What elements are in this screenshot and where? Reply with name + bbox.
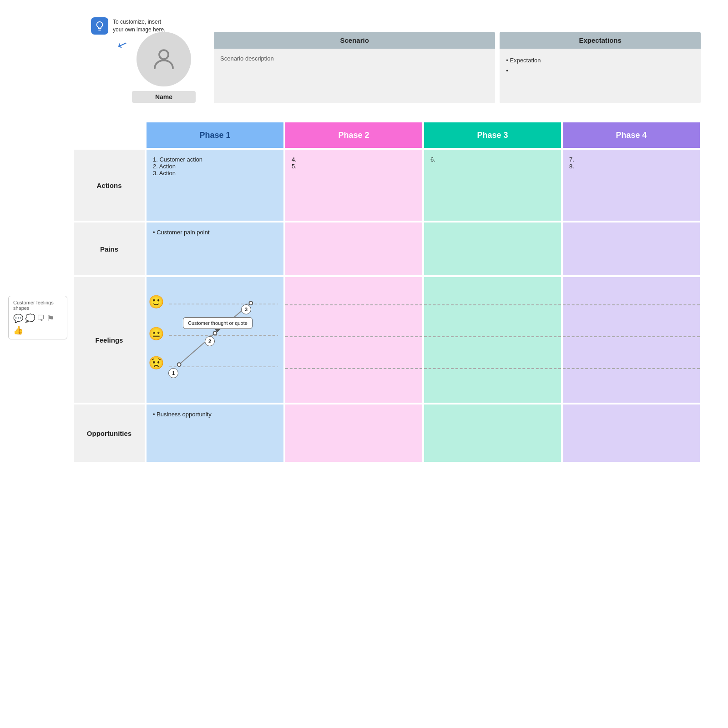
phase-2-label: Phase 2	[338, 131, 369, 140]
opportunities-label: Opportunities	[73, 404, 146, 463]
phase-header-spacer	[73, 121, 146, 149]
dot-label-2: 2	[205, 336, 215, 346]
dot-label-1: 1	[168, 368, 178, 378]
actions-cell-2: 4. 5.	[284, 149, 423, 222]
phase-header-1: Phase 1	[146, 121, 284, 149]
persona-name: Name	[132, 91, 196, 103]
pains-label-text: Pains	[100, 245, 118, 253]
pains-cell-3	[423, 222, 562, 276]
feelings-row: 😟 😐 🙂 1 2 3 Customer thought or quote	[146, 276, 701, 404]
speech-bubble-icon: 💬	[13, 313, 23, 324]
phases-grid: Phase 1 Phase 2 Phase 3 Phase 4 1. Custo…	[146, 121, 701, 463]
scenario-panel: Scenario Scenario description	[214, 32, 495, 103]
actions-cell-4: 7. 8.	[562, 149, 701, 222]
tooltip-icon-box	[91, 17, 108, 35]
svg-point-4	[177, 363, 181, 366]
action-1-2: 2. Action	[153, 163, 277, 170]
expectation-item-1: • Expectation	[506, 55, 694, 66]
row-labels: Actions Pains Feelings Opportunities	[73, 121, 146, 463]
scenario-body: Scenario description	[214, 49, 495, 103]
feelings-cell-4	[562, 276, 701, 404]
svg-point-0	[159, 50, 168, 59]
feelings-graph-svg	[147, 277, 283, 403]
journey-map: Actions Pains Feelings Opportunities Pha…	[73, 121, 701, 463]
phase-3-label: Phase 3	[477, 131, 508, 140]
pains-cell-4	[562, 222, 701, 276]
tooltip-text: To customize, insert your own image here…	[113, 17, 167, 34]
quote-box: Customer thought or quote	[183, 317, 253, 329]
persona-avatar	[136, 32, 191, 86]
action-4-1: 7.	[569, 156, 693, 163]
action-2-2: 5.	[292, 163, 416, 170]
feelings-label: Feelings	[73, 276, 146, 404]
page-wrapper: To customize, insert your own image here…	[0, 0, 728, 728]
expectations-header: Expectations	[500, 32, 701, 49]
actions-label-text: Actions	[96, 182, 121, 189]
expectations-panel: Expectations • Expectation •	[500, 32, 701, 103]
action-2-1: 4.	[292, 156, 416, 163]
expectations-body: • Expectation •	[500, 49, 701, 103]
quote-text: Customer thought or quote	[188, 320, 248, 326]
opportunities-cell-4	[562, 404, 701, 463]
action-1-3: 3. Action	[153, 170, 277, 177]
opportunities-cell-3	[423, 404, 562, 463]
emoji-neutral: 😐	[148, 326, 164, 341]
lightbulb-icon	[95, 21, 105, 31]
emoji-sad: 😟	[148, 355, 164, 370]
opportunities-row: • Business opportunity	[146, 404, 701, 463]
pains-row: • Customer pain point	[146, 222, 701, 276]
opportunities-label-text: Opportunities	[87, 430, 131, 437]
phase-header-4: Phase 4	[562, 121, 701, 149]
action-1-1: 1. Customer action	[153, 156, 277, 163]
pains-label: Pains	[73, 222, 146, 276]
pains-cell-1: • Customer pain point	[146, 222, 284, 276]
persona-block: Name	[127, 32, 200, 103]
actions-row: 1. Customer action 2. Action 3. Action 4…	[146, 149, 701, 222]
feelings-label-text: Feelings	[96, 336, 123, 344]
info-panels: Scenario Scenario description Expectatio…	[214, 32, 701, 103]
actions-cell-1: 1. Customer action 2. Action 3. Action	[146, 149, 284, 222]
person-icon	[150, 46, 177, 73]
phase-header-2: Phase 2	[284, 121, 423, 149]
customize-tooltip: To customize, insert your own image here…	[91, 17, 167, 35]
actions-cell-3: 6.	[423, 149, 562, 222]
pains-cell-2	[284, 222, 423, 276]
opportunity-1-1: • Business opportunity	[153, 411, 277, 418]
feelings-cell-1: 😟 😐 🙂 1 2 3 Customer thought or quote	[146, 276, 284, 404]
phase-headers: Phase 1 Phase 2 Phase 3 Phase 4	[146, 121, 701, 149]
feelings-shapes-title: Customer feelings shapes	[13, 300, 62, 311]
thought-bubble-icon: 💭	[25, 313, 35, 324]
actions-label: Actions	[73, 149, 146, 222]
chat-icon: 🗨	[37, 313, 45, 324]
scenario-header: Scenario	[214, 32, 495, 49]
flag-icon: ⚑	[47, 313, 54, 324]
feelings-cell-2	[284, 276, 423, 404]
header-section: Name Scenario Scenario description Expec…	[127, 32, 701, 103]
emoji-happy: 🙂	[148, 294, 164, 309]
thumb-icon: 👍	[13, 325, 23, 335]
svg-point-6	[249, 301, 253, 305]
feelings-shapes-box: Customer feelings shapes 💬 💭 🗨 ⚑ 👍	[8, 296, 67, 339]
phase-1-label: Phase 1	[199, 131, 230, 140]
phase-4-label: Phase 4	[616, 131, 647, 140]
opportunities-cell-1: • Business opportunity	[146, 404, 284, 463]
action-4-2: 8.	[569, 163, 693, 170]
feelings-shapes-icons: 💬 💭 🗨 ⚑ 👍	[13, 313, 62, 335]
scenario-description: Scenario description	[220, 55, 274, 62]
pain-1-1: • Customer pain point	[153, 229, 277, 236]
dot-label-3: 3	[241, 304, 251, 314]
action-3-1: 6.	[430, 156, 555, 163]
feelings-cell-3	[423, 276, 562, 404]
expectation-item-2: •	[506, 66, 694, 76]
opportunities-cell-2	[284, 404, 423, 463]
phase-header-3: Phase 3	[423, 121, 562, 149]
